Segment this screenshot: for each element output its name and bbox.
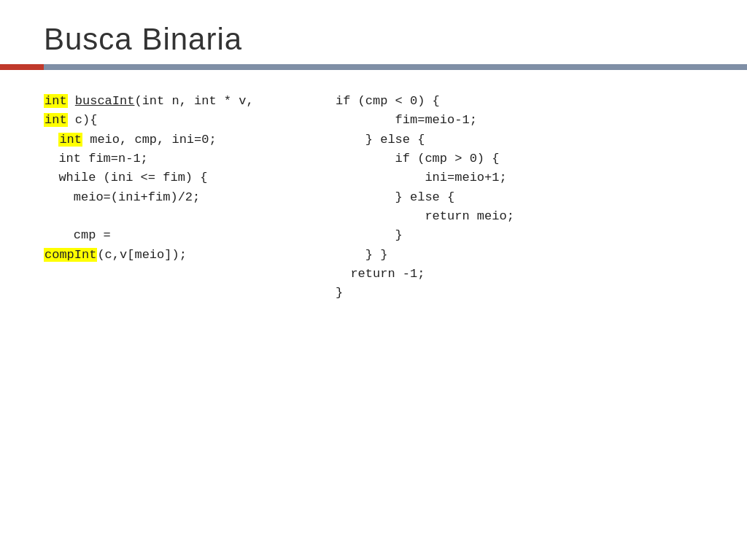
right-line-2: fim=meio-1; [336,113,477,127]
left-code-block: int buscaInt(int n, int * v, int c){ int… [44,92,306,303]
slide-title: Busca Binaria [44,22,703,57]
code-line-9: compInt(c,v[meio]); [44,248,187,262]
code-line-6: meio=(ini+fim)/2; [44,190,200,204]
right-line-9: } } [336,248,387,262]
right-line-4: if (cmp > 0) { [336,152,499,166]
code-line-5: while (ini <= fim) { [44,171,207,184]
code-line-1: int buscaInt(int n, int * v, [44,94,254,108]
slide: Busca Binaria int buscaInt(int n, int * … [0,0,747,560]
code-line-4: int fim=n-1; [44,152,148,166]
int-keyword-1: int [44,94,68,108]
code-line-2: int c){ [44,113,97,127]
int-keyword-3: int [58,133,82,147]
right-line-3: } else { [336,133,425,147]
content-area: int buscaInt(int n, int * v, int c){ int… [0,70,747,318]
right-code-block: if (cmp < 0) { fim=meio-1; } else { if (… [336,92,703,303]
right-line-7: return meio; [336,209,514,223]
right-line-11: } [336,286,343,300]
int-keyword-2: int [44,113,68,127]
right-line-6: } else { [336,190,454,204]
right-line-1: if (cmp < 0) { [336,94,440,108]
code-line-8: cmp = [44,228,111,242]
function-name: buscaInt [75,94,135,108]
accent-bar [0,64,747,70]
title-area: Busca Binaria [0,0,747,64]
code-line-3: int meio, cmp, ini=0; [44,133,217,147]
compint-highlight: compInt [44,248,97,262]
right-line-10: return -1; [336,267,425,281]
right-line-5: ini=meio+1; [336,171,507,184]
right-line-8: } [336,228,403,242]
